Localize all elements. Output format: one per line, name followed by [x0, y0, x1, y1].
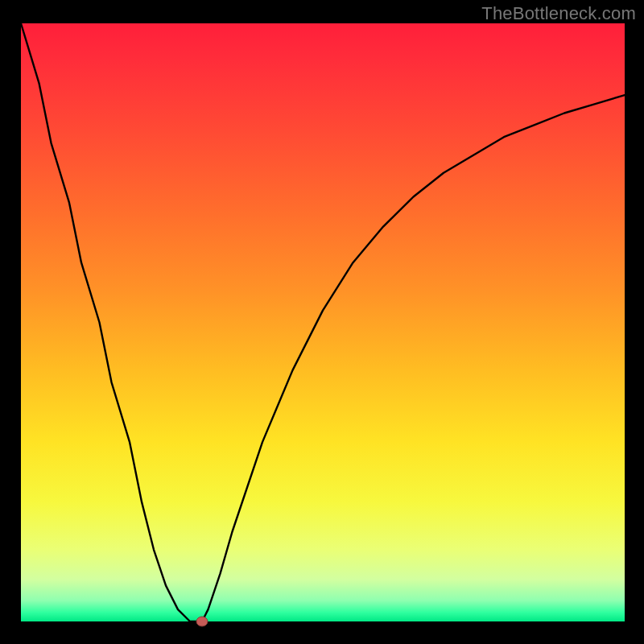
chart-container: TheBottleneck.com [0, 0, 644, 644]
bottleneck-chart [0, 0, 644, 644]
optimum-marker [196, 617, 208, 626]
plot-background [21, 23, 625, 621]
watermark-text: TheBottleneck.com [481, 3, 636, 24]
